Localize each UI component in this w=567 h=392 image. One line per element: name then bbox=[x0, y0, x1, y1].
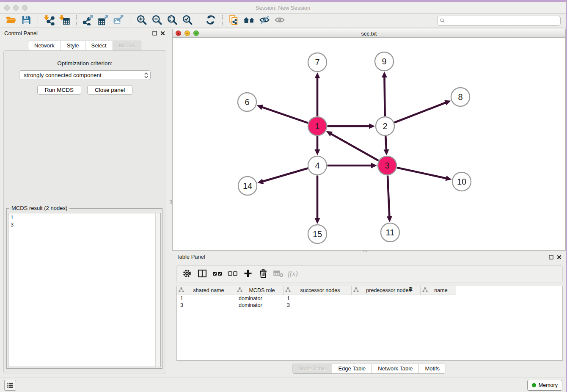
graph-node-6[interactable]: 6 bbox=[238, 93, 256, 111]
graph-edge-4-3[interactable] bbox=[328, 163, 377, 168]
tab-network-table[interactable]: Network Table bbox=[372, 364, 418, 373]
import-table-icon bbox=[59, 14, 70, 27]
tab-style[interactable]: Style bbox=[61, 41, 85, 50]
zoom-fit-icon bbox=[167, 14, 178, 27]
vertical-splitter-grip[interactable] bbox=[170, 200, 172, 204]
graph-edge-2-8[interactable] bbox=[394, 100, 451, 123]
column-view-button[interactable] bbox=[195, 268, 209, 280]
save-session-button[interactable] bbox=[19, 14, 34, 27]
tab-select[interactable]: Select bbox=[85, 41, 113, 50]
open-file-button[interactable] bbox=[3, 14, 19, 27]
graph-node-11[interactable]: 11 bbox=[381, 223, 399, 242]
graph-edge-1-7[interactable] bbox=[315, 72, 320, 116]
graph-node-9[interactable]: 9 bbox=[375, 52, 394, 71]
memory-button[interactable]: Memory bbox=[527, 380, 562, 391]
graph-node-14[interactable]: 14 bbox=[238, 177, 257, 195]
deselect-all-rows-button[interactable] bbox=[226, 268, 239, 280]
vertical-splitter[interactable] bbox=[169, 28, 172, 378]
graph-node-3[interactable]: 3 bbox=[378, 156, 396, 175]
criterion-select[interactable]: strongly connected component bbox=[19, 70, 151, 80]
graph-node-4[interactable]: 4 bbox=[308, 156, 327, 175]
tab-network[interactable]: Network bbox=[28, 41, 61, 50]
import-network-button[interactable] bbox=[42, 14, 57, 27]
first-neighbors-button[interactable] bbox=[242, 14, 257, 27]
column-header-name[interactable]: name bbox=[421, 286, 456, 295]
close-panel-button[interactable]: Close panel bbox=[87, 85, 132, 95]
select-all-rows-button[interactable] bbox=[211, 268, 224, 280]
graph-node-15[interactable]: 15 bbox=[308, 225, 327, 243]
zoom-out-button[interactable] bbox=[149, 14, 165, 27]
close-table-panel-icon[interactable] bbox=[557, 255, 561, 259]
column-header-shared-name[interactable]: shared name bbox=[177, 286, 235, 295]
mcds-result-box: MCDS result (2 nodes) 1 3 bbox=[6, 208, 162, 369]
graph-edge-3-11[interactable] bbox=[387, 175, 392, 222]
svg-text:3: 3 bbox=[385, 161, 389, 170]
zoom-fit-button[interactable] bbox=[165, 14, 180, 27]
table-toolbar: f(x) bbox=[176, 265, 563, 282]
delete-column-button[interactable] bbox=[256, 268, 270, 280]
tab-node-table[interactable]: Node Table bbox=[292, 364, 332, 373]
graph-edge-4-14[interactable] bbox=[257, 168, 308, 184]
graph-edge-1-2[interactable] bbox=[328, 124, 375, 129]
function-builder-button: f(x) bbox=[287, 268, 300, 280]
svg-text:f(x): f(x) bbox=[288, 269, 298, 277]
network-window-title: scc.txt bbox=[173, 30, 565, 37]
status-bar: Memory bbox=[0, 378, 566, 392]
export-network-button[interactable] bbox=[80, 14, 96, 27]
close-panel-icon[interactable] bbox=[160, 31, 165, 36]
table-panel: Table Panel f(x) shared nameMCDS rolesuc… bbox=[172, 252, 566, 378]
table-settings-button[interactable] bbox=[180, 268, 194, 280]
tab-motifs[interactable]: Motifs bbox=[418, 364, 446, 373]
add-column-button[interactable] bbox=[241, 268, 255, 280]
optimization-criterion-label: Optimization criterion: bbox=[4, 60, 166, 66]
column-header-successor-nodes[interactable]: successor nodes bbox=[284, 286, 352, 295]
column-header-MCDS-role[interactable]: MCDS role bbox=[235, 286, 284, 295]
column-view-icon bbox=[197, 268, 207, 280]
graph-node-8[interactable]: 8 bbox=[451, 88, 470, 106]
graph-node-10[interactable]: 10 bbox=[452, 172, 471, 191]
zoom-out-icon bbox=[151, 14, 162, 27]
graph-edge-3-1[interactable] bbox=[326, 131, 379, 161]
graph-edge-4-15[interactable] bbox=[315, 176, 320, 224]
zoom-in-button[interactable] bbox=[134, 14, 149, 27]
graph-node-2[interactable]: 2 bbox=[376, 117, 394, 135]
search-icon bbox=[440, 18, 445, 23]
run-mcds-button[interactable]: Run MCDS bbox=[37, 85, 81, 95]
show-all-button[interactable] bbox=[272, 14, 287, 27]
float-panel-icon[interactable] bbox=[152, 31, 157, 36]
svg-text:14: 14 bbox=[243, 181, 252, 190]
table-row[interactable]: 3dominator323 bbox=[177, 302, 562, 309]
criterion-select-value: strongly connected component bbox=[24, 72, 144, 78]
float-table-panel-icon[interactable] bbox=[549, 255, 553, 259]
task-history-button[interactable] bbox=[4, 380, 16, 391]
graph-edge-2-9[interactable] bbox=[382, 72, 387, 116]
tab-mcds[interactable]: MCDS bbox=[113, 41, 141, 50]
refresh-layout-icon bbox=[205, 14, 216, 27]
export-image-button[interactable] bbox=[111, 14, 126, 27]
duplicate-network-icon bbox=[228, 14, 239, 27]
import-network-icon bbox=[44, 14, 55, 27]
main-toolbar bbox=[0, 14, 566, 28]
svg-text:4: 4 bbox=[315, 161, 319, 170]
svg-text:10: 10 bbox=[457, 177, 466, 186]
network-canvas[interactable]: 7968124314101511 bbox=[173, 38, 565, 250]
graph-edge-1-6[interactable] bbox=[257, 105, 308, 123]
toolbar-separator bbox=[76, 15, 77, 26]
graph-node-1[interactable]: 1 bbox=[308, 117, 327, 135]
graph-node-7[interactable]: 7 bbox=[308, 53, 327, 72]
zoom-selected-button[interactable] bbox=[180, 14, 195, 27]
hide-selected-button[interactable] bbox=[257, 14, 272, 27]
export-table-button[interactable] bbox=[96, 14, 111, 27]
cell-name: 1 bbox=[284, 295, 319, 301]
tab-edge-table[interactable]: Edge Table bbox=[332, 364, 372, 373]
result-scrollbar[interactable] bbox=[155, 213, 161, 367]
refresh-layout-button[interactable] bbox=[203, 14, 218, 27]
search-box[interactable] bbox=[437, 16, 561, 26]
graph-edge-1-4[interactable] bbox=[315, 136, 320, 156]
graph-edge-3-10[interactable] bbox=[397, 168, 452, 181]
import-table-button[interactable] bbox=[57, 14, 72, 27]
graph-edge-2-3[interactable] bbox=[383, 136, 389, 155]
mcds-result-text[interactable]: 1 3 bbox=[8, 213, 161, 367]
search-input[interactable] bbox=[446, 18, 558, 24]
duplicate-network-button[interactable] bbox=[226, 14, 242, 27]
